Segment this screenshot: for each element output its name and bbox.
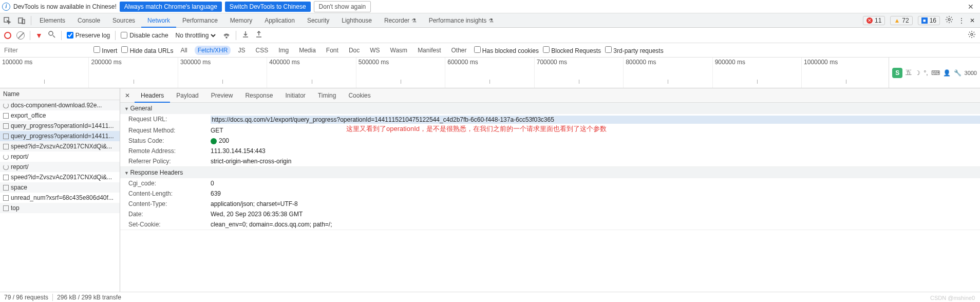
third-party-checkbox[interactable]: 3rd-party requests bbox=[605, 46, 664, 54]
waterfall-overview[interactable]: 100000 ms 200000 ms 300000 ms 400000 ms … bbox=[0, 58, 980, 88]
detail-tab-initiator[interactable]: Initiator bbox=[279, 88, 311, 103]
has-blocked-cookies-checkbox[interactable]: Has blocked cookies bbox=[474, 46, 539, 54]
type-media[interactable]: Media bbox=[296, 46, 319, 55]
tab-lighthouse[interactable]: Lighthouse bbox=[335, 13, 378, 28]
type-img[interactable]: Img bbox=[275, 46, 292, 55]
inspect-icon[interactable] bbox=[0, 16, 14, 25]
moon-icon[interactable]: ☽ bbox=[915, 69, 920, 77]
date-label: Date: bbox=[128, 211, 211, 218]
status-code-value: 200 bbox=[211, 137, 980, 144]
detail-tab-cookies[interactable]: Cookies bbox=[342, 88, 376, 103]
tab-recorder[interactable]: Recorder ⚗ bbox=[378, 13, 423, 28]
clear-button[interactable] bbox=[16, 31, 25, 40]
content-type-value: application/json; charset=UTF-8 bbox=[211, 200, 980, 207]
hide-data-urls-checkbox[interactable]: Hide data URLs bbox=[121, 46, 173, 54]
tab-memory[interactable]: Memory bbox=[224, 13, 258, 28]
tab-elements[interactable]: Elements bbox=[33, 13, 71, 28]
invert-checkbox[interactable]: Invert bbox=[93, 46, 117, 54]
detail-tab-timing[interactable]: Timing bbox=[312, 88, 343, 103]
search-icon[interactable] bbox=[48, 30, 56, 40]
detail-tab-response[interactable]: Response bbox=[239, 88, 279, 103]
wrench-icon[interactable]: 🔧 bbox=[954, 69, 962, 77]
type-all[interactable]: All bbox=[177, 46, 190, 55]
type-ws[interactable]: WS bbox=[367, 46, 383, 55]
type-js[interactable]: JS bbox=[235, 46, 248, 55]
info-icon: i bbox=[2, 3, 10, 11]
user-icon[interactable]: 👤 bbox=[943, 69, 951, 77]
device-toggle-icon[interactable] bbox=[14, 16, 29, 25]
type-css[interactable]: CSS bbox=[252, 46, 271, 55]
close-icon[interactable]: ✕ bbox=[964, 3, 978, 11]
keyboard-icon[interactable]: ⌨ bbox=[931, 69, 940, 77]
request-row[interactable]: export_office bbox=[0, 110, 120, 121]
request-row[interactable]: report/ bbox=[0, 152, 120, 162]
tab-console[interactable]: Console bbox=[71, 13, 106, 28]
request-url-label: Request URL: bbox=[128, 116, 211, 124]
warning-count-badge[interactable]: ▲72 bbox=[890, 16, 912, 25]
type-font[interactable]: Font bbox=[323, 46, 342, 55]
cgi-code-value: 0 bbox=[211, 180, 980, 187]
file-icon bbox=[3, 175, 9, 180]
loading-icon bbox=[3, 103, 9, 108]
dismiss-banner-button[interactable]: Don't show again bbox=[314, 1, 371, 12]
request-row[interactable]: speed?id=ZvszvAcZ0917CNXdQi&... bbox=[0, 172, 120, 182]
request-row[interactable]: speed?id=ZvszvAcZ0917CNXdQi&... bbox=[0, 141, 120, 152]
response-headers-header[interactable]: Response Headers bbox=[120, 167, 980, 178]
request-details: ✕ Headers Payload Preview Response Initi… bbox=[120, 88, 980, 292]
more-icon[interactable]: ⋮ bbox=[958, 17, 965, 24]
date-value: Wed, 20 Sep 2023 06:35:38 GMT bbox=[211, 211, 980, 218]
blocked-requests-checkbox[interactable]: Blocked Requests bbox=[543, 46, 601, 54]
tab-performance[interactable]: Performance bbox=[176, 13, 224, 28]
request-row[interactable]: docs-component-download.92e... bbox=[0, 100, 120, 110]
request-name: unread_num?xsrf=68c435e806d40f... bbox=[11, 194, 114, 201]
network-settings-icon[interactable] bbox=[968, 30, 976, 40]
detail-tab-headers[interactable]: Headers bbox=[135, 88, 170, 103]
svg-point-4 bbox=[49, 31, 53, 35]
request-row[interactable]: query_progress?operationId=14411... bbox=[0, 131, 120, 141]
error-count-badge[interactable]: ✕11 bbox=[863, 16, 885, 25]
degree-icon[interactable]: °, bbox=[924, 69, 928, 77]
sogou-ime-icon[interactable]: S bbox=[892, 68, 902, 78]
request-row[interactable]: report/ bbox=[0, 162, 120, 172]
network-conditions-icon[interactable] bbox=[222, 30, 231, 40]
close-details-icon[interactable]: ✕ bbox=[120, 92, 135, 99]
type-doc[interactable]: Doc bbox=[346, 46, 363, 55]
detail-tab-preview[interactable]: Preview bbox=[205, 88, 239, 103]
export-har-icon[interactable] bbox=[255, 30, 263, 40]
disable-cache-checkbox[interactable]: Disable cache bbox=[121, 32, 168, 39]
type-fetch-xhr[interactable]: Fetch/XHR bbox=[195, 46, 231, 55]
close-devtools-icon[interactable]: ✕ bbox=[970, 17, 975, 24]
record-button[interactable] bbox=[4, 32, 11, 39]
filter-input[interactable] bbox=[2, 47, 89, 54]
request-url-value[interactable]: https://docs.qq.com/v1/export/query_prog… bbox=[211, 116, 980, 124]
content-type-label: Content-Type: bbox=[128, 200, 211, 207]
request-row[interactable]: unread_num?xsrf=68c435e806d40f... bbox=[0, 193, 120, 203]
issues-count-badge[interactable]: ■16 bbox=[918, 16, 940, 25]
status-bar: 79 / 96 requests 296 kB / 299 kB transfe bbox=[0, 292, 980, 302]
settings-icon[interactable] bbox=[945, 15, 953, 25]
tab-network[interactable]: Network bbox=[141, 13, 176, 28]
general-header[interactable]: General bbox=[120, 103, 980, 114]
detail-tab-payload[interactable]: Payload bbox=[170, 88, 204, 103]
banner-message: DevTools is now available in Chinese! bbox=[13, 3, 117, 10]
request-row[interactable]: space bbox=[0, 182, 120, 193]
tab-perf-insights[interactable]: Performance insights ⚗ bbox=[423, 13, 500, 28]
match-language-button[interactable]: Always match Chrome's language bbox=[120, 2, 222, 12]
type-manifest[interactable]: Manifest bbox=[414, 46, 444, 55]
preserve-log-checkbox[interactable]: Preserve log bbox=[67, 32, 110, 39]
tab-security[interactable]: Security bbox=[301, 13, 335, 28]
tab-application[interactable]: Application bbox=[258, 13, 301, 28]
svg-point-6 bbox=[971, 33, 973, 35]
request-row[interactable]: query_progress?operationId=14411... bbox=[0, 121, 120, 131]
import-har-icon[interactable] bbox=[241, 30, 250, 40]
request-row[interactable]: top bbox=[0, 203, 120, 213]
filter-icon[interactable]: ▼ bbox=[35, 31, 43, 40]
tab-sources[interactable]: Sources bbox=[106, 13, 141, 28]
content-length-value: 639 bbox=[211, 190, 980, 197]
status-code-label: Status Code: bbox=[128, 137, 211, 144]
type-wasm[interactable]: Wasm bbox=[387, 46, 411, 55]
type-other[interactable]: Other bbox=[448, 46, 469, 55]
switch-language-button[interactable]: Switch DevTools to Chinese bbox=[225, 2, 311, 12]
request-list-header[interactable]: Name bbox=[0, 88, 120, 100]
throttling-select[interactable]: No throttling bbox=[174, 31, 217, 40]
